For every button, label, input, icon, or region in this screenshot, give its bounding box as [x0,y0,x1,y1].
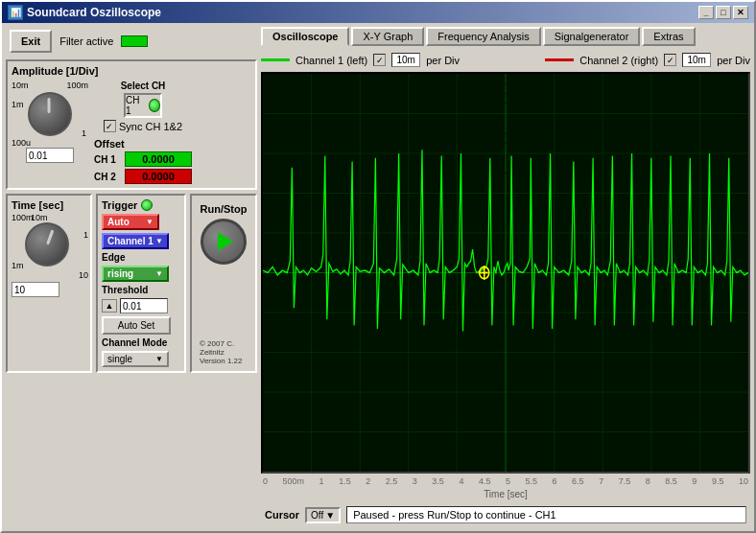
time-label-8-5: 8.5 [665,476,677,486]
time-knob[interactable] [25,222,69,266]
ch2-label: Channel 2 (right) [579,55,658,66]
trigger-title-row: Trigger [102,199,180,211]
time-label-4-5: 4.5 [479,476,491,486]
ch1-per-div[interactable]: 10m [391,53,420,67]
trigger-mode-label: Auto [107,217,130,227]
trigger-channel-dropdown[interactable]: Channel 1 ▼ [102,233,169,249]
amplitude-label-1: 1 [82,128,86,138]
ch1-led [149,99,160,112]
title-controls: _ □ ✕ [698,6,748,19]
time-input[interactable]: 10 [12,282,59,297]
left-panel: Exit Filter active Amplitude [1/Div] 10m… [2,23,261,531]
offset-ch2-label: CH 2 [94,172,121,182]
amplitude-label-100u: 100u [12,138,31,148]
offset-section: Offset CH 1 0.0000 CH 2 0.0000 [94,138,192,184]
ch1-per-div-unit: per Div [426,55,460,66]
amplitude-input[interactable]: 0.01 [26,148,74,163]
threshold-input[interactable]: 0.01 [120,298,168,313]
time-label-9: 9 [692,476,697,486]
sync-checkbox[interactable]: ✓ [104,120,116,132]
minimize-button[interactable]: _ [698,6,714,19]
threshold-row: ▲ 0.01 [102,298,180,313]
time-label-1: 1 [83,230,88,240]
cursor-label: Cursor [265,509,299,521]
ch2-checkbox[interactable]: ✓ [664,54,676,66]
time-axis-unit: Time [sec] [261,489,750,499]
threshold-label: Threshold [102,285,180,295]
time-label-9-5: 9.5 [712,476,724,486]
svg-rect-21 [505,102,507,104]
amplitude-knob-indicator [47,98,50,113]
main-window: 📊 Soundcard Oszilloscope _ □ ✕ Exit Filt… [0,0,756,533]
trigger-edge-value: rising [107,268,133,279]
tab-xy-graph[interactable]: X-Y Graph [351,27,424,46]
tab-oscilloscope[interactable]: Oscilloscope [261,27,349,46]
time-knob-area: 100m 10m 1 1m 10 [12,213,88,280]
toolbar: Exit Filter active [6,27,257,56]
sync-row: ✓ Sync CH 1&2 [104,120,182,132]
threshold-spinner-up[interactable]: ▲ [102,299,117,313]
amplitude-label-1m: 1m [12,100,24,109]
ch1-line-indicator [261,58,290,61]
channel-row: Channel 1 (left) ✓ 10m per Div Channel 2… [261,51,750,69]
time-label-5: 5 [506,476,510,486]
time-label-3: 3 [413,476,417,486]
time-label-1-5: 1.5 [339,476,351,486]
amplitude-label-10m: 10m [12,81,29,90]
tab-signalgenerator[interactable]: Signalgenerator [543,27,641,46]
channel-mode-value: single [107,354,132,364]
time-label-6-5: 6.5 [572,476,584,486]
cursor-dropdown[interactable]: Off ▼ [305,507,341,523]
amplitude-inner: 10m 100m 1m 1 100u 0.01 Se [12,81,251,184]
run-stop-button[interactable] [201,219,247,265]
trigger-panel: Trigger Auto ▼ Channel 1 ▼ Edge rising [96,194,186,373]
amplitude-knob[interactable] [28,92,72,136]
window-title: Soundcard Oszilloscope [27,6,161,19]
bottom-left: Time [sec] 100m 10m 1 1m 10 10 [6,194,257,373]
ch2-per-div[interactable]: 10m [682,53,711,67]
time-knob-indicator [46,229,54,244]
status-message: Paused - press Run/Stop to continue - CH… [346,506,746,523]
ch2-per-div-unit: per Div [717,55,750,66]
oscilloscope-display[interactable] [261,72,750,474]
auto-set-button[interactable]: Auto Set [102,316,171,335]
ch1-display: CH 1 [124,93,162,118]
time-label-4: 4 [459,476,463,486]
amplitude-panel: Amplitude [1/Div] 10m 100m 1m 1 100u [6,59,257,190]
svg-rect-24 [505,173,507,174]
title-bar: 📊 Soundcard Oszilloscope _ □ ✕ [2,2,754,23]
copyright: © 2007 C. Zeitnitz Version 1.22 [196,337,251,367]
time-label-1: 1 [319,476,324,486]
maximize-button[interactable]: □ [716,6,731,19]
offset-ch2-value[interactable]: 0.0000 [125,169,192,184]
cursor-arrow: ▼ [325,510,335,521]
time-label-2-5: 2.5 [386,476,398,486]
channel-mode-arrow: ▼ [155,355,163,363]
svg-rect-23 [505,142,507,144]
sync-label: Sync CH 1&2 [119,121,182,132]
amplitude-knob-area: 10m 100m 1m 1 100u 0.01 [12,81,88,184]
select-ch-area: Select CH CH 1 ✓ Sync CH 1&2 Offset [94,81,192,184]
edge-label: Edge [102,252,180,263]
trigger-edge-dropdown[interactable]: rising ▼ [102,266,169,282]
title-bar-left: 📊 Soundcard Oszilloscope [8,5,161,20]
trigger-mode-dropdown[interactable]: Auto ▼ [102,214,159,230]
time-axis-labels: 0 500m 1 1.5 2 2.5 3 3.5 4 4.5 5 5.5 6 6… [261,476,750,486]
time-label-500m: 500m [283,476,305,486]
channel-mode-dropdown[interactable]: single ▼ [102,351,169,367]
offset-ch1-value[interactable]: 0.0000 [125,151,192,167]
app-icon: 📊 [8,5,23,20]
time-label-10m: 10m [31,213,48,222]
close-button[interactable]: ✕ [733,6,748,19]
filter-label: Filter active [59,35,113,47]
trigger-mode-arrow: ▼ [146,218,154,226]
offset-ch1-row: CH 1 0.0000 [94,151,192,167]
exit-button[interactable]: Exit [10,30,52,53]
tab-frequency-analysis[interactable]: Frequency Analysis [426,27,540,46]
time-label-10: 10 [739,476,748,486]
ch1-checkbox[interactable]: ✓ [373,54,386,66]
trigger-channel-label: Channel 1 [107,236,154,246]
tab-extras[interactable]: Extras [642,27,695,46]
time-label-10: 10 [79,270,88,280]
time-label-5-5: 5.5 [526,476,538,486]
